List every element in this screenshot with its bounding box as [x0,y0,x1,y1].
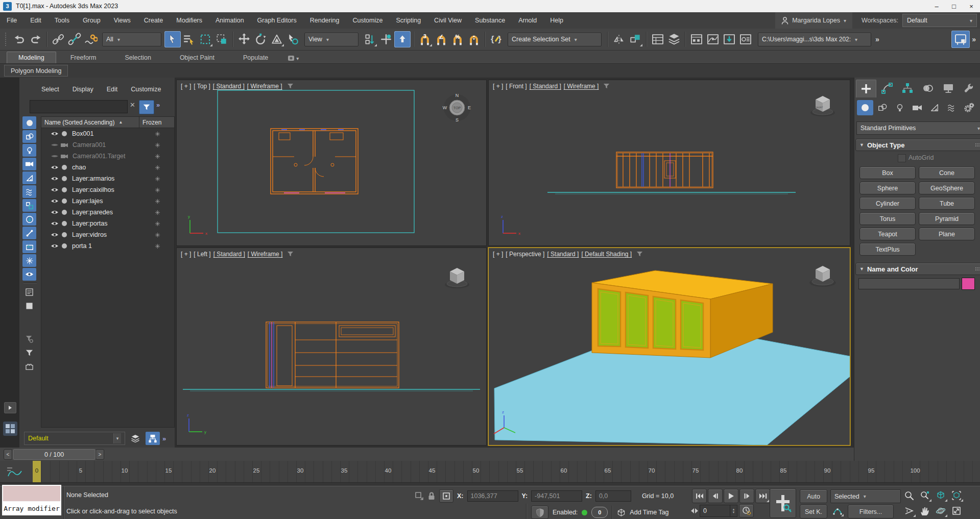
transform-type-in-button[interactable] [439,489,453,503]
zoom-extents-all-button[interactable] [949,488,964,503]
curve-editor-button[interactable] [705,31,721,47]
sort-ascending-icon[interactable]: ▲ [118,120,123,125]
key-filters-button[interactable]: Filters... [848,505,894,518]
menu-arnold[interactable]: Arnold [512,17,543,24]
next-frame-button[interactable] [739,489,754,503]
display-frozen-toggle[interactable] [22,254,36,267]
display-lights-toggle[interactable] [22,144,36,157]
menu-modifiers[interactable]: Modifiers [170,17,209,24]
toolbar-overflow-chevrons[interactable]: » [875,35,879,43]
menu-edit[interactable]: Edit [23,17,48,24]
per-view-filter-icon[interactable] [287,251,294,258]
isolate-selection-icon[interactable] [415,491,424,501]
snaps-toggle-3d-button[interactable]: 3 [417,31,433,47]
viewport-menu-pov[interactable]: [ Top ] [194,83,210,90]
eye-icon[interactable] [51,209,59,215]
table-row-chao[interactable]: chao [41,162,174,173]
create-cylinder-button[interactable]: Cylinder [859,197,916,210]
display-helpers-toggle[interactable] [22,171,36,184]
display-bones-toggle[interactable] [22,227,36,239]
select-object-button[interactable] [164,31,181,47]
pan-view-button[interactable] [917,503,933,518]
viewport-front[interactable]: [ + ] [ Front ] [ Standard ] [ Wireframe… [488,80,850,246]
viewport-menu-pov[interactable]: [ Perspective ] [506,251,544,258]
viewport-menu-shading[interactable]: [ Wireframe ] [247,83,282,90]
explorer-menu-customize[interactable]: Customize [124,86,168,93]
rectangular-selection-region-button[interactable] [197,31,213,47]
named-selection-set-dropdown[interactable]: Create Selection Set▾ [508,33,602,46]
category-cameras[interactable] [909,100,925,115]
frozen-toggle-icon[interactable] [155,165,160,170]
user-account-menu[interactable]: Margarida Lopes▾ [775,12,852,29]
panel-polygon-modeling[interactable]: Polygon Modeling [4,65,68,77]
create-box-button[interactable]: Box [859,166,916,179]
view-cube[interactable] [809,266,836,287]
eye-icon[interactable] [51,243,59,249]
create-pyramid-button[interactable]: Pyramid [919,212,975,225]
table-row-layer-caixilhos[interactable]: Layer:caixilhos [41,184,174,195]
ribbon-tab-modeling[interactable]: Modeling [7,52,56,63]
explorer-menu-edit[interactable]: Edit [100,86,125,93]
menu-animation[interactable]: Animation [209,17,251,24]
set-keys-button[interactable] [770,488,796,518]
eye-icon[interactable] [51,164,59,170]
enabled-status-dot[interactable] [582,510,587,515]
frozen-toggle-icon[interactable] [155,199,160,204]
swatch-icon[interactable] [22,300,36,312]
select-and-move-button[interactable] [236,31,252,47]
explorer-overflow-chevrons[interactable]: » [156,101,160,109]
zoom-extents-button[interactable] [933,488,948,503]
autogrid-checkbox[interactable] [898,154,906,162]
render-setup-button[interactable] [737,31,754,47]
key-mode-toggle-icon[interactable] [691,508,698,513]
rollout-grip[interactable] [975,267,980,271]
workspace-dropdown[interactable]: Default▾ [902,14,977,27]
container-icon[interactable] [22,360,36,373]
viewport-left[interactable]: [ + ] [ Left ] [ Standard ] [ Wireframe … [176,248,487,446]
eye-icon[interactable] [51,220,59,227]
filter-settings-icon[interactable] [22,333,36,345]
tab-display[interactable] [939,80,958,97]
filter-icon[interactable] [22,347,36,359]
track-bar-ruler[interactable]: 0 5 10 15 20 25 30 35 40 45 50 55 60 65 … [0,461,980,483]
object-name-input[interactable] [858,278,960,289]
footer-overflow-chevrons[interactable]: » [162,435,166,442]
orbit-button[interactable] [933,503,948,518]
spinner-snap-toggle-button[interactable] [466,31,482,47]
category-space-warps[interactable] [944,100,960,115]
animation-layer-button[interactable]: 0 [591,507,608,518]
frozen-toggle-icon[interactable] [155,176,160,182]
edit-named-selection-sets-button[interactable]: {} [488,31,505,47]
viewport-layout-tabs-button[interactable] [3,422,17,436]
auto-key-button[interactable]: Auto [800,489,827,503]
key-filter-target-dropdown[interactable]: Selected▾ [830,489,901,503]
object-color-swatch[interactable] [962,278,975,290]
viewport-menu-shading[interactable]: [ Default Shading ] [581,251,632,258]
menu-customize[interactable]: Customize [346,17,389,24]
menu-help[interactable]: Help [543,17,570,24]
previous-frame-nub[interactable]: < [4,449,12,460]
explorer-menu-select[interactable]: Select [35,86,66,93]
time-configuration-button[interactable] [739,504,754,517]
display-shapes-toggle[interactable] [22,130,36,143]
display-geometry-toggle[interactable] [22,116,36,129]
field-of-view-button[interactable] [901,503,917,518]
create-teapot-button[interactable]: Teapot [859,228,916,240]
keyboard-shortcut-override-toggle[interactable] [394,31,411,47]
viewport-menu-style[interactable]: [ Standard ] [547,251,579,258]
viewport-menu-pov[interactable]: [ Left ] [194,251,210,258]
frozen-toggle-icon[interactable] [155,221,160,227]
toggle-layer-explorer-button[interactable] [666,31,682,47]
create-textplus-button[interactable]: TextPlus [859,243,916,256]
eye-icon[interactable] [51,232,59,238]
maximize-button[interactable]: □ [945,0,963,12]
selection-filter-dropdown[interactable]: All▾ [102,33,161,46]
expand-panel-button[interactable] [4,402,16,413]
viewport-menu-general[interactable]: [ + ] [181,251,191,258]
viewport-menu-general[interactable]: [ + ] [493,83,503,90]
object-category-dropdown[interactable]: Standard Primitives▾ [856,121,980,135]
eye-icon[interactable] [51,198,59,204]
y-coordinate-field[interactable]: -947,501 [531,490,582,502]
frozen-toggle-icon[interactable] [155,243,160,249]
table-row-layer-armarios[interactable]: Layer:armarios [41,173,174,184]
